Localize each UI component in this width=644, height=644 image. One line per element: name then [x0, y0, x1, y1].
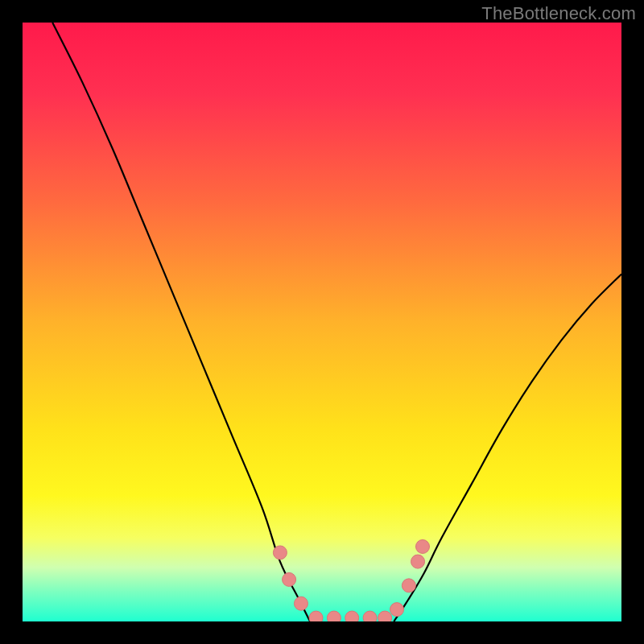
marker-dot	[345, 611, 359, 621]
marker-dot	[415, 540, 429, 554]
plot-area	[23, 23, 621, 621]
marker-dot	[363, 611, 377, 621]
marker-dot	[327, 611, 341, 621]
marker-dot	[411, 555, 425, 568]
chart-frame: TheBottleneck.com	[0, 0, 644, 644]
marker-dot	[283, 572, 296, 586]
marker-dot	[309, 611, 323, 621]
marker-dot	[294, 597, 308, 610]
marker-dot	[378, 611, 392, 621]
marker-dot	[402, 579, 415, 592]
marker-dot	[273, 546, 287, 559]
plot-svg	[23, 23, 621, 621]
gradient-background	[23, 23, 621, 621]
watermark-text: TheBottleneck.com	[481, 3, 636, 24]
marker-dot	[390, 603, 404, 617]
